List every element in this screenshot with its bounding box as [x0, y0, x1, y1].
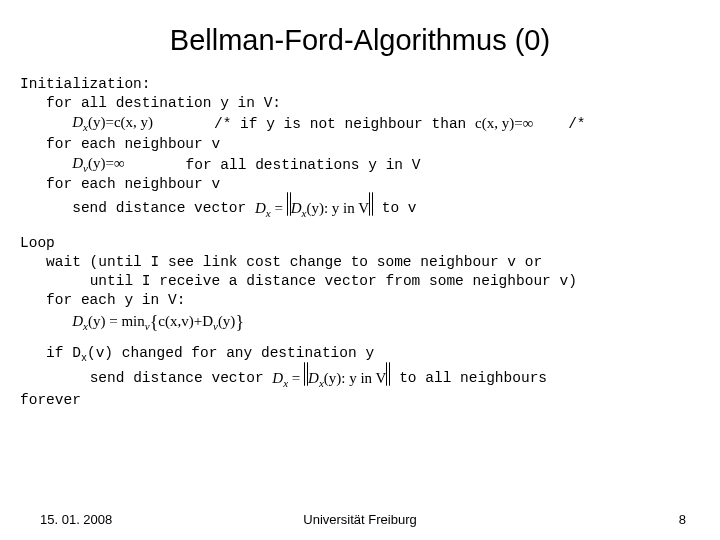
eq3-D: D	[255, 200, 266, 216]
spacer	[20, 220, 700, 234]
loop-send2-text: send distance vector	[90, 370, 273, 386]
eq5-arg: (y): y in V	[324, 370, 387, 386]
init-heading: Initialization:	[20, 75, 700, 94]
loop-wait1-text: wait (until I see link cost change to so…	[46, 254, 542, 270]
loop-heading: Loop	[20, 234, 700, 253]
eq1b: c(x, y)=∞	[475, 115, 533, 131]
eq3-inner-arg: (y): y in V	[306, 200, 369, 216]
init-eq1b: c(x, y)=∞	[475, 114, 533, 134]
loop-send2-line: send distance vector Dx = Dx(y): y in V …	[20, 365, 700, 391]
loop-forever: forever	[20, 391, 700, 410]
init-eq1-line: Dx(y)=c(x, y) /* if y is not neighbour t…	[20, 113, 700, 135]
slide-title: Bellman-Ford-Algorithmus (0)	[20, 24, 700, 57]
loop-eq4: Dx(y) = minv{c(x,v)+Dv(y)}	[72, 311, 244, 335]
init-for-nb2: for each neighbour v	[20, 175, 700, 194]
init-for-all-dest: for all destinations y in V	[186, 156, 421, 172]
loop-for-y-text: for each y in V:	[46, 292, 185, 308]
eq5-D2: D	[308, 370, 319, 386]
footer-university: Universität Freiburg	[0, 512, 720, 527]
eq3-eq: =	[271, 200, 287, 216]
pseudocode-block: Initialization: for all destination y in…	[20, 75, 700, 410]
init-for-nb1: for each neighbour v	[20, 135, 700, 154]
footer-page-number: 8	[679, 512, 686, 527]
loop-eq4-line: Dx(y) = minv{c(x,v)+Dv(y)}	[20, 311, 700, 335]
init-for-dest: for all destination y in V:	[20, 94, 700, 113]
init-comment1b: /*	[559, 116, 585, 132]
rbracket-icon	[369, 192, 373, 215]
rbracket-icon-2	[386, 363, 390, 386]
init-for-dest-text: for all destination y in V:	[46, 95, 281, 111]
init-comment1a: /* if y is not neighbour than	[214, 116, 475, 132]
if-a: if D	[46, 345, 81, 361]
lbracket-icon	[287, 192, 291, 215]
init-send-text: send distance vector	[72, 199, 255, 215]
loop-eq5: Dx = Dx(y): y in V	[272, 365, 390, 391]
eq4-D: D	[72, 313, 83, 329]
init-send-line: send distance vector Dx = Dx(y): y in V …	[20, 195, 700, 221]
init-to-v: to v	[373, 199, 417, 215]
init-eq2-line: Dv(y)=∞ for all destinations y in V	[20, 154, 700, 176]
lbrace-icon: {	[150, 312, 159, 332]
slide: Bellman-Ford-Algorithmus (0) Initializat…	[0, 0, 720, 540]
eq5-D: D	[272, 370, 283, 386]
lbracket-icon-2	[304, 363, 308, 386]
rbrace-icon: }	[235, 312, 244, 332]
eq1-arg: (y)=c(x, y)	[88, 114, 153, 130]
eq2-D: D	[72, 155, 83, 171]
eq4-arg: (y) = min	[88, 313, 145, 329]
init-for-nb2-text: for each neighbour v	[46, 176, 220, 192]
eq4-inner1: c(x,v)+D	[158, 313, 213, 329]
eq3-inner-D: D	[291, 200, 302, 216]
loop-wait2-text: until I receive a distance vector from s…	[90, 273, 577, 289]
eq2-arg: (y)=∞	[88, 155, 125, 171]
init-eq1: Dx(y)=c(x, y)	[72, 113, 153, 135]
loop-wait2: until I receive a distance vector from s…	[20, 272, 700, 291]
init-eq2: Dv(y)=∞	[72, 154, 124, 176]
loop-wait1: wait (until I see link cost change to so…	[20, 253, 700, 272]
init-for-nb1-text: for each neighbour v	[46, 136, 220, 152]
spacer2	[20, 334, 700, 344]
eq1-D: D	[72, 114, 83, 130]
loop-if-line: if Dx(v) changed for any destination y	[20, 344, 700, 365]
init-eq3: Dx = Dx(y): y in V	[255, 195, 373, 221]
loop-for-y: for each y in V:	[20, 291, 700, 310]
loop-to-all: to all neighbours	[390, 370, 547, 386]
eq4-inner2: (y)	[218, 313, 236, 329]
if-b: (v) changed for any destination y	[87, 345, 374, 361]
